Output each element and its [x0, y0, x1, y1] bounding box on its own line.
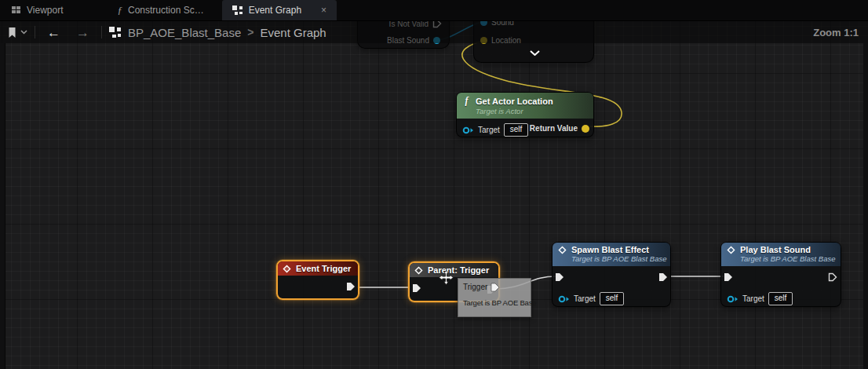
breadcrumb-blueprint-name[interactable]: BP_AOE_Blast_Base [128, 26, 241, 39]
pin-row-target[interactable]: Target self [727, 292, 793, 305]
node-get-actor-location[interactable]: f Get Actor Location Target is Actor Tar… [456, 92, 594, 137]
nav-back-button[interactable]: ← [42, 26, 65, 39]
exec-out-pin-hollow-icon[interactable] [828, 272, 837, 282]
exec-out-pin-icon[interactable] [658, 272, 668, 282]
event-graph-canvas[interactable]: Is Not Valid Blast Sound Sound Location [0, 21, 868, 369]
function-diamond-icon [414, 266, 423, 275]
vector-pin-icon[interactable] [582, 125, 589, 133]
function-diamond-icon [727, 246, 735, 254]
expand-pins-chevron-icon[interactable] [530, 50, 540, 56]
pin-label: Target [478, 126, 500, 134]
node-title: Play Blast Sound [740, 245, 811, 254]
pin-row-target[interactable]: Target self [558, 292, 624, 305]
tab-label: Construction Sc… [128, 5, 204, 16]
tooltip-pin-name: Trigger [463, 283, 487, 291]
pin-row-target[interactable]: Target self [462, 123, 528, 137]
pin-row-return-value[interactable]: Return Value [530, 124, 589, 133]
function-diamond-icon [558, 246, 567, 254]
pin-label: Target [574, 294, 596, 303]
node-play-blast-sound[interactable]: Play Blast Sound Target is BP AOE Blast … [720, 242, 841, 307]
tab-construction-script[interactable]: ƒ Construction Sc… [108, 0, 212, 20]
node-header[interactable]: f Get Actor Location Target is Actor [457, 93, 593, 119]
target-pin-icon[interactable] [727, 295, 739, 303]
graph-icon [232, 5, 243, 15]
node-header[interactable]: Parent: Trigger [410, 263, 498, 277]
pure-function-icon: f [462, 95, 471, 107]
exec-out-pin-icon[interactable] [346, 282, 356, 291]
tab-close-icon[interactable]: × [321, 5, 326, 15]
node-subtitle: Target is BP AOE Blast Base [740, 254, 835, 263]
left-panel-edge [0, 43, 5, 369]
pin-label: Return Value [530, 124, 578, 133]
node-header[interactable]: Event Trigger [278, 261, 358, 276]
tab-event-graph[interactable]: Event Graph × [222, 0, 337, 20]
breadcrumb-current-graph[interactable]: Event Graph [260, 26, 326, 39]
move-cursor-icon [439, 270, 454, 285]
exec-out-pin-icon[interactable] [491, 283, 500, 292]
exec-in-pin-icon[interactable] [555, 272, 564, 282]
node-header[interactable]: Play Blast Sound Target is BP AOE Blast … [721, 243, 841, 266]
toolbar-divider [35, 26, 35, 38]
node-title: Event Trigger [296, 264, 351, 273]
bookmark-dropdown-chevron-icon[interactable] [20, 30, 27, 35]
blueprint-editor-window: Viewport ƒ Construction Sc… Event Graph … [0, 0, 868, 369]
bookmark-icon[interactable] [8, 27, 16, 38]
target-pin-icon[interactable] [462, 126, 474, 134]
viewport-icon [12, 5, 21, 15]
blueprint-graph-icon [109, 27, 122, 38]
tab-viewport[interactable]: Viewport [3, 0, 71, 20]
node-title: Spawn Blast Effect [571, 245, 649, 254]
node-event-trigger[interactable]: Event Trigger [276, 260, 359, 300]
pin-label: Target [742, 294, 764, 303]
node-subtitle: Target is BP AOE Blast Base [571, 254, 665, 263]
tooltip-description: Target is BP AOE Base [463, 298, 527, 307]
node-spawn-blast-effect[interactable]: Spawn Blast Effect Target is BP AOE Blas… [552, 242, 671, 307]
wire-layer [0, 21, 868, 369]
target-pin-icon[interactable] [558, 295, 570, 303]
graph-nav-toolbar: ← → BP_AOE_Blast_Base > Event Graph Zoom… [0, 21, 868, 43]
node-title: Parent: Trigger [428, 265, 489, 275]
zoom-level-label: Zoom 1:1 [813, 27, 859, 38]
document-tab-bar: Viewport ƒ Construction Sc… Event Graph … [0, 0, 868, 21]
toolbar-divider [101, 26, 102, 38]
right-panel-edge [863, 43, 868, 369]
target-self-input[interactable]: self [768, 292, 793, 305]
tab-label: Event Graph [249, 5, 301, 16]
exec-in-pin-icon[interactable] [724, 272, 733, 282]
exec-in-pin-icon[interactable] [412, 283, 421, 293]
target-self-input[interactable]: self [600, 292, 625, 305]
pin-tooltip: Trigger Target is BP AOE Base [458, 278, 531, 317]
breadcrumb-separator-icon: > [247, 26, 253, 38]
function-icon: ƒ [117, 4, 122, 16]
target-self-input[interactable]: self [504, 123, 529, 137]
node-title: Get Actor Location [476, 97, 553, 106]
event-override-indicator-icon[interactable] [356, 265, 357, 272]
event-diamond-icon [283, 265, 291, 273]
nav-forward-button[interactable]: → [71, 26, 94, 39]
node-subtitle: Target is Actor [476, 107, 588, 115]
tab-label: Viewport [27, 5, 63, 16]
node-header[interactable]: Spawn Blast Effect Target is BP AOE Blas… [553, 243, 670, 266]
